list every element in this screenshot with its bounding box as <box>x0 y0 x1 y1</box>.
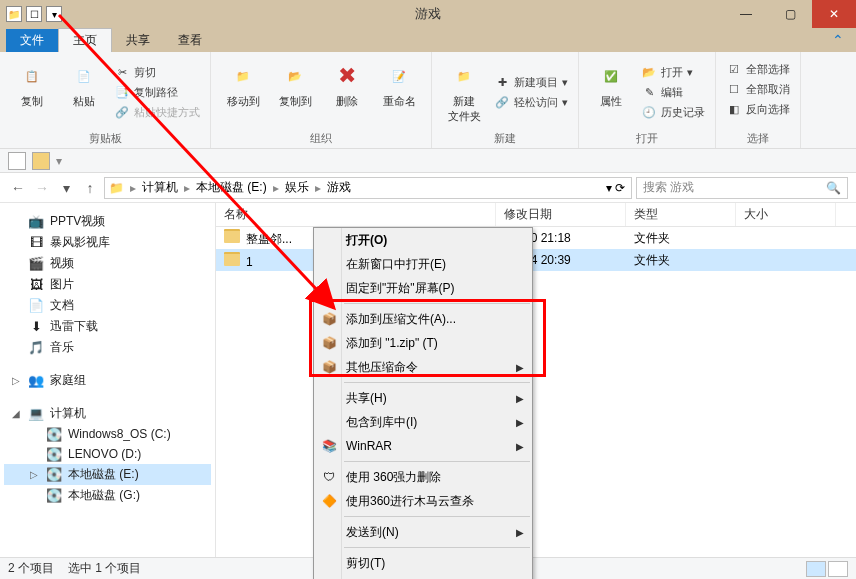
delete-button[interactable]: ✖删除 <box>323 56 371 129</box>
copy-label: 复制 <box>21 94 43 109</box>
nav-drive-c[interactable]: 💽Windows8_OS (C:) <box>4 424 211 444</box>
properties-button[interactable]: ✅属性 <box>587 56 635 129</box>
clipboard-group-label: 剪贴板 <box>8 129 202 148</box>
nav-documents[interactable]: 📄文档 <box>4 295 211 316</box>
ribbon-tabs: 文件 主页 共享 查看 ⌃ <box>0 28 856 52</box>
tab-file[interactable]: 文件 <box>6 29 58 52</box>
folder-icon <box>224 252 240 266</box>
newfolder-button[interactable]: 📁新建 文件夹 <box>440 56 488 129</box>
360-icon: 🔶 <box>320 492 338 510</box>
ctx-newwindow[interactable]: 在新窗口中打开(E) <box>314 252 532 276</box>
help-icon[interactable]: ⌃ <box>832 32 844 48</box>
close-button[interactable]: ✕ <box>812 0 856 28</box>
nav-drive-d[interactable]: 💽LENOVO (D:) <box>4 444 211 464</box>
ribbon-group-new: 📁新建 文件夹 ✚新建项目 ▾ 🔗轻松访问 ▾ 新建 <box>432 52 579 148</box>
tool-icon-2[interactable] <box>32 152 50 170</box>
nav-pptv[interactable]: 📺PPTV视频 <box>4 211 211 232</box>
maximize-button[interactable]: ▢ <box>768 0 812 28</box>
new-group-label: 新建 <box>440 129 570 148</box>
ctx-360delete[interactable]: 🛡使用 360强力删除 <box>314 465 532 489</box>
props-qat-icon[interactable]: ☐ <box>26 6 42 22</box>
nav-homegroup[interactable]: ▷👥家庭组 <box>4 370 211 391</box>
file-row-1[interactable]: 1 5/7/24 20:39 文件夹 <box>216 249 856 271</box>
ctx-addzip[interactable]: 📦添加到 "1.zip" (T) <box>314 331 532 355</box>
paste-button[interactable]: 📄 粘贴 <box>60 56 108 129</box>
col-name[interactable]: 名称 <box>216 203 496 226</box>
edit-button[interactable]: ✎编辑 <box>639 84 707 102</box>
breadcrumb-folder2[interactable]: 游戏 <box>327 179 351 196</box>
moveto-button[interactable]: 📁移动到 <box>219 56 267 129</box>
tab-view[interactable]: 查看 <box>164 29 216 52</box>
invert-button[interactable]: ◧反向选择 <box>724 100 792 118</box>
copy-button[interactable]: 📋 复制 <box>8 56 56 129</box>
easyaccess-button[interactable]: 🔗轻松访问 ▾ <box>492 94 570 112</box>
ctx-open[interactable]: 打开(O) <box>314 228 532 252</box>
ctx-cut[interactable]: 剪切(T) <box>314 551 532 575</box>
status-count: 2 个项目 <box>8 560 54 577</box>
column-headers: 名称 修改日期 类型 大小 <box>216 203 856 227</box>
rename-button[interactable]: 📝重命名 <box>375 56 423 129</box>
back-button[interactable]: ← <box>8 178 28 198</box>
ctx-sendto[interactable]: 发送到(N)▶ <box>314 520 532 544</box>
ctx-winrar[interactable]: 📚WinRAR▶ <box>314 434 532 458</box>
ctx-include[interactable]: 包含到库中(I)▶ <box>314 410 532 434</box>
nav-videos[interactable]: 🎬视频 <box>4 253 211 274</box>
quick-toolbar: ▾ <box>0 149 856 173</box>
selectall-button[interactable]: ☑全部选择 <box>724 60 792 78</box>
selectnone-button[interactable]: ☐全部取消 <box>724 80 792 98</box>
recent-dropdown[interactable]: ▾ <box>56 178 76 198</box>
history-button[interactable]: 🕘历史记录 <box>639 104 707 122</box>
paste-label: 粘贴 <box>73 94 95 109</box>
nav-drive-g[interactable]: 💽本地磁盘 (G:) <box>4 485 211 506</box>
explorer-icon: 📁 <box>6 6 22 22</box>
ctx-pintostart[interactable]: 固定到"开始"屏幕(P) <box>314 276 532 300</box>
breadcrumb-drive[interactable]: 本地磁盘 (E:) <box>196 179 267 196</box>
winrar-icon: 📚 <box>320 437 338 455</box>
address-bar-row: ← → ▾ ↑ 📁▸ 计算机▸ 本地磁盘 (E:)▸ 娱乐▸ 游戏 ▾ ⟳ 搜索… <box>0 173 856 203</box>
tab-home[interactable]: 主页 <box>58 28 112 52</box>
archive-icon: 📦 <box>320 310 338 328</box>
copypath-button[interactable]: 📑复制路径 <box>112 84 202 102</box>
select-group-label: 选择 <box>724 129 792 148</box>
nav-xunlei[interactable]: ⬇迅雷下载 <box>4 316 211 337</box>
copyto-button[interactable]: 📂复制到 <box>271 56 319 129</box>
folder-icon <box>224 229 240 243</box>
nav-music[interactable]: 🎵音乐 <box>4 337 211 358</box>
status-selected: 选中 1 个项目 <box>68 560 141 577</box>
view-icons-button[interactable] <box>828 561 848 577</box>
pasteshortcut-button[interactable]: 🔗粘贴快捷方式 <box>112 104 202 122</box>
col-type[interactable]: 类型 <box>626 203 736 226</box>
ctx-copy[interactable]: 复制(C) <box>314 575 532 579</box>
tab-share[interactable]: 共享 <box>112 29 164 52</box>
forward-button[interactable]: → <box>32 178 52 198</box>
nav-drive-e[interactable]: ▷💽本地磁盘 (E:) <box>4 464 211 485</box>
minimize-button[interactable]: — <box>724 0 768 28</box>
newitem-button[interactable]: ✚新建项目 ▾ <box>492 74 570 92</box>
tool-icon-1[interactable] <box>8 152 26 170</box>
col-modified[interactable]: 修改日期 <box>496 203 626 226</box>
open-group-label: 打开 <box>587 129 707 148</box>
nav-pictures[interactable]: 🖼图片 <box>4 274 211 295</box>
ctx-addarchive[interactable]: 📦添加到压缩文件(A)... <box>314 307 532 331</box>
breadcrumb-folder1[interactable]: 娱乐 <box>285 179 309 196</box>
breadcrumb-computer[interactable]: 计算机 <box>142 179 178 196</box>
up-button[interactable]: ↑ <box>80 178 100 198</box>
search-icon: 🔍 <box>826 181 841 195</box>
nav-computer[interactable]: ◢💻计算机 <box>4 403 211 424</box>
ctx-othercompress[interactable]: 📦其他压缩命令▶ <box>314 355 532 379</box>
nav-baofeng[interactable]: 🎞暴风影视库 <box>4 232 211 253</box>
cut-button[interactable]: ✂剪切 <box>112 64 202 82</box>
ctx-share[interactable]: 共享(H)▶ <box>314 386 532 410</box>
new-qat-icon[interactable]: ▾ <box>46 6 62 22</box>
archive-icon: 📦 <box>320 358 338 376</box>
search-box[interactable]: 搜索 游戏 🔍 <box>636 177 848 199</box>
view-details-button[interactable] <box>806 561 826 577</box>
open-button[interactable]: 📂打开 ▾ <box>639 64 707 82</box>
ribbon-group-organize: 📁移动到 📂复制到 ✖删除 📝重命名 组织 <box>211 52 432 148</box>
ribbon-group-clipboard: 📋 复制 📄 粘贴 ✂剪切 📑复制路径 🔗粘贴快捷方式 剪贴板 <box>0 52 211 148</box>
file-row-0[interactable]: 整蛊邻... 5/6/20 21:18 文件夹 <box>216 227 856 249</box>
address-bar[interactable]: 📁▸ 计算机▸ 本地磁盘 (E:)▸ 娱乐▸ 游戏 ▾ ⟳ <box>104 177 632 199</box>
ctx-360trojan[interactable]: 🔶使用360进行木马云查杀 <box>314 489 532 513</box>
organize-group-label: 组织 <box>219 129 423 148</box>
col-size[interactable]: 大小 <box>736 203 836 226</box>
